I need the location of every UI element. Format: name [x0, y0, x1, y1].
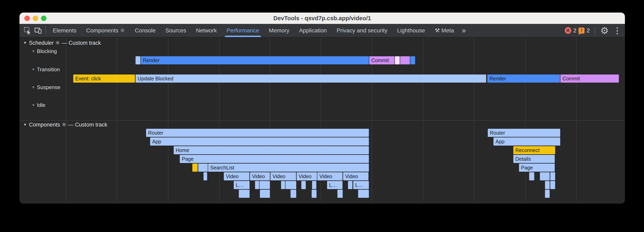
flame-bar-render[interactable]: Render [141, 56, 369, 64]
close-window-button[interactable] [24, 15, 30, 21]
flame-bar[interactable] [204, 172, 207, 180]
flame-bar-page[interactable]: Page [180, 155, 369, 163]
gridline [66, 38, 66, 202]
flame-bar-render[interactable]: Render [487, 75, 560, 83]
devtools-toolbar: ElementsComponents ⚛ConsoleSourcesNetwor… [20, 24, 625, 38]
flame-bar[interactable] [239, 190, 250, 198]
flame-bar-video[interactable]: Video [317, 172, 342, 180]
flame-bar-l[interactable]: L… [353, 181, 369, 189]
error-count: 2 [574, 27, 577, 34]
flame-bar[interactable] [260, 181, 270, 189]
flame-bar[interactable] [529, 172, 534, 180]
toolbar-separator [46, 27, 46, 34]
flame-bar[interactable] [395, 56, 400, 64]
flame-bar-video[interactable]: Video [224, 172, 249, 180]
performance-flame-chart[interactable]: ▼ Scheduler ⚛ — Custom track ▼Blocking▼T… [20, 38, 625, 204]
flame-bar[interactable] [301, 181, 306, 189]
flame-bar-video[interactable]: Video [250, 172, 270, 180]
flame-bar-l[interactable]: L… [327, 181, 342, 189]
flame-bar-event-click[interactable]: Event: click [73, 75, 135, 83]
flame-bar[interactable] [400, 56, 410, 64]
lane-label-blocking[interactable]: ▼Blocking [32, 48, 57, 54]
flame-bar-router[interactable]: Router [146, 129, 369, 137]
gridline [525, 38, 526, 202]
inspect-element-button[interactable] [22, 25, 33, 36]
lane-label-idle[interactable]: ▼Idle [32, 102, 46, 108]
tab-console[interactable]: Console [130, 24, 160, 37]
scheduler-track-header[interactable]: ▼ Scheduler ⚛ — Custom track [23, 40, 101, 46]
tab-meta[interactable]: ⚒ Meta [430, 24, 459, 37]
flame-bar-video[interactable]: Video [297, 172, 317, 180]
gridline [117, 38, 117, 202]
flame-bar[interactable] [348, 181, 352, 189]
scheduler-track-title: Scheduler ⚛ — Custom track [29, 40, 101, 46]
tab-sources[interactable]: Sources [160, 24, 191, 37]
components-track-header[interactable]: ▼ Components ⚛ — Custom track [23, 121, 107, 128]
flame-bar-update-blocked[interactable]: Update Blocked [136, 75, 486, 83]
devtools-window: DevTools - qsvd7p.csb.app/video/1 Elemen… [20, 12, 625, 204]
flame-bar-reconnect[interactable]: Reconnect [513, 146, 555, 154]
flame-bar-app[interactable]: App [494, 137, 560, 145]
flame-bar-app[interactable]: App [150, 137, 369, 145]
flame-bar[interactable] [312, 190, 316, 198]
error-icon[interactable]: ✕ [565, 27, 571, 34]
collapse-triangle-icon: ▼ [23, 122, 27, 127]
lane-label-suspense[interactable]: ▼Suspense [32, 84, 60, 91]
collapse-triangle-icon: ▼ [32, 68, 35, 72]
flame-bar[interactable] [338, 190, 343, 198]
collapse-triangle-icon: ▼ [32, 103, 35, 107]
flame-bar[interactable] [550, 181, 555, 189]
flame-bar[interactable] [410, 56, 415, 64]
more-tabs-chevron[interactable]: » [459, 26, 469, 35]
tab-network[interactable]: Network [191, 24, 222, 37]
zoom-window-button[interactable] [41, 15, 46, 21]
kebab-menu-icon[interactable]: ⋮ [612, 26, 625, 35]
tab-memory[interactable]: Memory [264, 24, 294, 37]
minimize-window-button[interactable] [33, 15, 38, 21]
issues-badges: ✕ 2 ! 2 [565, 27, 590, 34]
collapse-triangle-icon: ▼ [32, 85, 35, 90]
flame-bar-commit[interactable]: Commit [369, 56, 394, 64]
flame-bar-router[interactable]: Router [488, 129, 560, 137]
flame-bar[interactable] [260, 190, 270, 198]
flame-bar-details[interactable]: Details [513, 155, 555, 163]
flame-bar-commit[interactable]: Commit [560, 75, 619, 83]
flame-bar[interactable] [198, 164, 208, 172]
flame-bar[interactable] [286, 181, 296, 189]
flame-bar[interactable] [290, 190, 296, 198]
tab-application[interactable]: Application [294, 24, 332, 37]
toggle-device-toolbar-button[interactable] [33, 25, 44, 36]
window-title: DevTools - qsvd7p.csb.app/video/1 [273, 15, 371, 22]
flame-bar-home[interactable]: Home [174, 146, 369, 154]
components-track-title: Components ⚛ — Custom track [29, 121, 107, 128]
settings-gear-icon[interactable]: ⚙ [597, 26, 612, 35]
traffic-lights [24, 12, 46, 24]
lane-label-transition[interactable]: ▼Transition [32, 66, 60, 73]
flame-bar[interactable] [136, 56, 140, 64]
tab-elements[interactable]: Elements [48, 24, 81, 37]
flame-bar[interactable] [550, 172, 555, 180]
track-section-divider [20, 120, 625, 121]
flame-bar-video[interactable]: Video [343, 172, 368, 180]
tab-lighthouse[interactable]: Lighthouse [392, 24, 430, 37]
tab-list: ElementsComponents ⚛ConsoleSourcesNetwor… [48, 24, 459, 37]
flame-bar-video[interactable]: Video [270, 172, 296, 180]
flame-bar-searchlist[interactable]: SearchList [208, 164, 369, 172]
warning-icon[interactable]: ! [578, 27, 584, 34]
tab-privacy-and-security[interactable]: Privacy and security [332, 24, 392, 37]
gridline [474, 38, 474, 202]
flame-bar-page[interactable]: Page [519, 164, 555, 172]
flame-bar[interactable] [192, 164, 198, 172]
flame-bar[interactable] [545, 190, 550, 198]
flame-bar[interactable] [281, 181, 285, 189]
gridline [576, 38, 577, 202]
flame-bar[interactable] [540, 172, 550, 180]
tab-components[interactable]: Components ⚛ [81, 24, 130, 37]
tab-performance[interactable]: Performance [222, 24, 264, 37]
flame-bar[interactable] [545, 181, 550, 189]
flame-bar[interactable] [312, 181, 316, 189]
flame-bar-l[interactable]: L… [234, 181, 250, 189]
flame-bar[interactable] [255, 181, 259, 189]
flame-bar[interactable] [358, 190, 369, 198]
collapse-triangle-icon: ▼ [32, 49, 35, 53]
